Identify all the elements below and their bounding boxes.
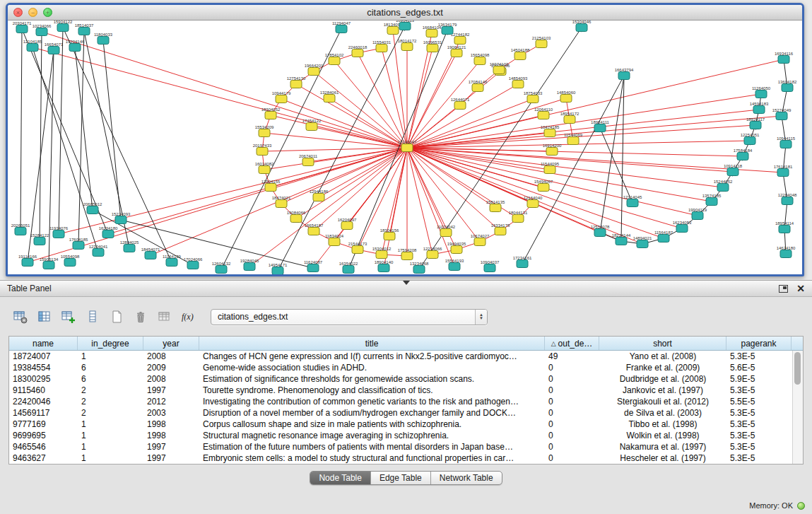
column-header-year[interactable]: year [143, 337, 199, 350]
minimize-window-button[interactable]: − [28, 8, 37, 17]
graph-node[interactable]: 15304012 [372, 247, 392, 259]
window-titlebar[interactable]: × − + citations_edges.txt [8, 5, 802, 21]
graph-node[interactable]: 12314045 [623, 195, 642, 207]
graph-edge[interactable] [407, 148, 495, 208]
graph-node[interactable]: 10944179 [272, 91, 291, 103]
column-header-name[interactable]: name [9, 337, 78, 350]
table-row[interactable]: 911546021997Tourette syndrome. Phenomeno… [9, 385, 792, 396]
graph-node[interactable]: 18224144 [612, 233, 631, 245]
graph-node[interactable]: 15284122 [30, 233, 49, 245]
graph-node[interactable]: 18044131 [509, 211, 528, 223]
graph-node[interactable]: 12284048 [778, 193, 797, 205]
graph-node[interactable]: 20304171 [13, 21, 32, 33]
graph-node[interactable]: 10554098 [61, 255, 80, 267]
graph-node[interactable]: 15534209 [255, 125, 274, 137]
graph-edge[interactable] [600, 128, 632, 203]
graph-edge[interactable] [312, 127, 407, 148]
tab-node-table[interactable]: Node Table [310, 472, 371, 484]
graph-node[interactable]: 15304046 [572, 21, 592, 32]
table-panel-header[interactable]: Table Panel ✕ [0, 281, 812, 297]
graph-node[interactable]: 16643794 [615, 68, 634, 80]
graph-node[interactable]: 12254051 [741, 133, 760, 145]
panel-resize-grip[interactable] [403, 281, 410, 285]
graph-edge[interactable] [407, 148, 743, 156]
graph-node[interactable]: 15274049 [772, 108, 792, 120]
graph-node[interactable]: 11074042 [437, 225, 456, 237]
graph-node[interactable]: 11544069 [564, 133, 583, 145]
graph-edge[interactable] [600, 76, 624, 233]
graph-node[interactable]: 18014172 [398, 39, 417, 51]
graph-node[interactable]: 11554031 [372, 40, 392, 52]
graph-edge[interactable] [407, 148, 500, 231]
column-header-out-de-[interactable]: △out_de… [545, 337, 599, 350]
graph-node[interactable]: 18924117 [746, 117, 765, 129]
graph-edge[interactable] [33, 47, 407, 148]
graph-edge[interactable] [358, 148, 407, 250]
graph-node[interactable]: 18304156 [380, 228, 399, 240]
graph-node[interactable]: 14954171 [269, 263, 288, 275]
graph-node[interactable]: 15904122 [54, 21, 73, 32]
graph-edge[interactable] [103, 40, 121, 220]
table-options-icon[interactable] [10, 308, 31, 327]
graph-node[interactable]: 17604185 [69, 238, 88, 250]
graph-node[interactable]: 16354022 [339, 262, 358, 274]
scrollbar-thumb[interactable] [794, 352, 801, 385]
graph-node[interactable]: 14504188 [511, 48, 530, 60]
graph-edge[interactable] [407, 98, 566, 148]
graph-edge[interactable] [407, 99, 533, 148]
show-columns-icon[interactable] [34, 308, 55, 327]
graph-edge[interactable] [621, 76, 624, 241]
graph-node[interactable]: 15244052 [714, 180, 733, 192]
graph-node[interactable]: 20265051 [11, 223, 30, 235]
table-row[interactable]: 2242004622012Investigating the contribut… [9, 396, 792, 407]
memory-status[interactable]: Memory: OK [749, 501, 805, 510]
graph-node[interactable]: 17024066 [184, 257, 203, 269]
graph-node[interactable]: 17454122 [302, 119, 322, 131]
close-panel-icon[interactable]: ✕ [796, 284, 805, 293]
table-row[interactable]: 946554611997Estimation of the future num… [9, 441, 792, 452]
graph-node[interactable]: 10904037 [481, 260, 500, 272]
column-header-in-degree[interactable]: in_degree [78, 337, 143, 350]
table-row[interactable]: 969969511998Structural magnetic resonanc… [9, 430, 792, 441]
graph-node[interactable]: 15654098 [471, 53, 490, 65]
graph-edge[interactable] [407, 148, 712, 201]
graph-node[interactable]: 12604132 [212, 262, 231, 274]
graph-node[interactable]: 15905134 [40, 257, 59, 269]
network-canvas[interactable]: 1724004711554031224600181785410219664201… [8, 21, 802, 274]
table-select-dropdown[interactable]: citations_edges.txt ▲▼ [211, 309, 488, 325]
graph-node[interactable]: 21254103 [532, 36, 551, 48]
graph-edge[interactable] [221, 29, 341, 269]
network-view-window[interactable]: × − + citations_edges.txt 17240047115540… [6, 3, 804, 276]
graph-node[interactable]: 16204097 [338, 218, 357, 230]
delete-icon[interactable] [130, 308, 151, 327]
graph-node[interactable]: 17234161 [513, 256, 532, 268]
graph-node[interactable]: 13604182 [778, 80, 797, 92]
graph-edge[interactable] [271, 115, 407, 148]
tab-edge-table[interactable]: Edge Table [371, 472, 431, 484]
graph-node[interactable]: 16654187 [305, 223, 324, 235]
column-header-title[interactable]: title [199, 337, 545, 350]
graph-node[interactable]: 20197433 [253, 144, 272, 156]
graph-node[interactable]: 17614181 [774, 165, 793, 177]
graph-node[interactable]: 13284061 [320, 90, 339, 103]
table-row[interactable]: 1456911722003Disruption of a novel membe… [9, 407, 792, 419]
column-header-short[interactable]: short [599, 337, 726, 350]
graph-node[interactable]: 12884025 [120, 240, 139, 252]
graph-node[interactable]: 12644071 [451, 98, 470, 110]
graph-node[interactable]: 17594208 [398, 248, 417, 260]
new-column-icon[interactable] [58, 308, 79, 327]
graph-node[interactable]: 16914200 [543, 144, 562, 156]
table-row[interactable]: 946362711997Embryonic stem cells: a mode… [9, 452, 792, 464]
graph-edge[interactable] [407, 148, 783, 173]
graph-node[interactable]: 11934076 [49, 226, 69, 238]
float-panel-icon[interactable] [779, 285, 788, 293]
graph-node[interactable]: 12234066 [423, 247, 442, 259]
graph-edge[interactable] [319, 148, 407, 197]
vertical-scrollbar[interactable] [792, 351, 803, 464]
graph-node[interactable]: 11164139 [163, 255, 181, 267]
graph-node[interactable]: 18474021 [272, 196, 291, 208]
graph-node[interactable]: 20685012 [83, 202, 102, 214]
graph-node[interactable]: 18514037 [75, 23, 94, 35]
table-row[interactable]: 1830029562008Estimation of significance … [9, 373, 792, 385]
graph-node[interactable]: 13574185 [702, 194, 722, 206]
